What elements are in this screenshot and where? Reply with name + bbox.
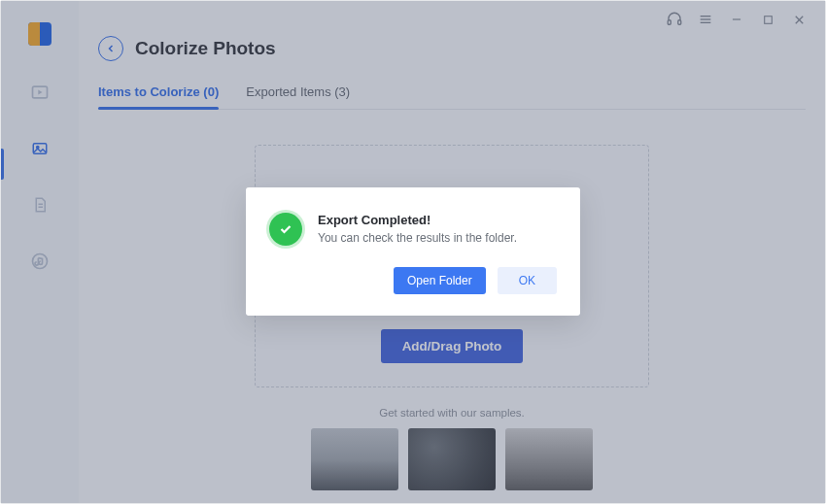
- modal-message: You can check the results in the folder.: [318, 231, 517, 245]
- check-icon: [269, 213, 302, 246]
- open-folder-button[interactable]: Open Folder: [394, 267, 486, 294]
- modal-title: Export Completed!: [318, 213, 517, 227]
- app-window: Colorize Photos Items to Colorize (0) Ex…: [0, 0, 826, 504]
- modal-actions: Open Folder OK: [269, 267, 557, 294]
- modal-body: Export Completed! You can check the resu…: [269, 213, 557, 246]
- modal-text-group: Export Completed! You can check the resu…: [318, 213, 517, 245]
- export-completed-modal: Export Completed! You can check the resu…: [246, 187, 580, 316]
- ok-button[interactable]: OK: [498, 267, 557, 294]
- modal-overlay: Export Completed! You can check the resu…: [1, 1, 825, 503]
